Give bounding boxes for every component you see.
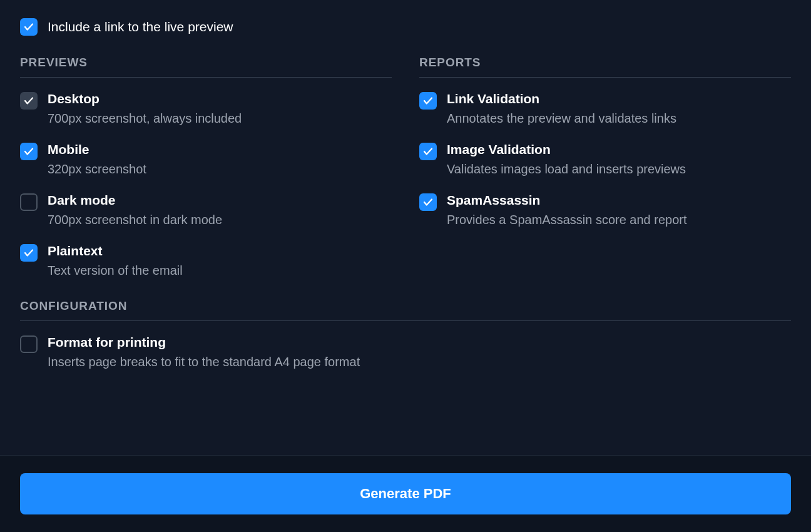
configuration-section: CONFIGURATION Format for printing Insert… xyxy=(20,299,791,369)
checkmark-icon xyxy=(422,95,434,106)
reports-header: REPORTS xyxy=(419,56,791,78)
include-link-option: Include a link to the live preview xyxy=(20,18,791,36)
preview-darkmode-checkbox[interactable] xyxy=(20,193,38,211)
config-format-printing-checkbox[interactable] xyxy=(20,335,38,353)
preview-mobile-title: Mobile xyxy=(48,142,146,157)
preview-desktop-title: Desktop xyxy=(48,91,242,106)
checkmark-icon xyxy=(23,21,34,33)
config-format-printing-content: Format for printing Inserts page breaks … xyxy=(48,335,360,369)
preview-darkmode-title: Dark mode xyxy=(48,193,222,208)
preview-mobile-checkbox[interactable] xyxy=(20,143,38,160)
report-spamassassin-description: Provides a SpamAssassin score and report xyxy=(447,213,687,227)
previews-header: PREVIEWS xyxy=(20,56,392,78)
report-link-validation-description: Annotates the preview and validates link… xyxy=(447,111,676,126)
report-spamassassin-content: SpamAssassin Provides a SpamAssassin sco… xyxy=(447,193,687,227)
preview-plaintext-checkbox[interactable] xyxy=(20,244,38,262)
report-spamassassin-option: SpamAssassin Provides a SpamAssassin sco… xyxy=(419,193,791,227)
checkmark-icon xyxy=(23,146,34,157)
preview-mobile-description: 320px screenshot xyxy=(48,162,146,176)
preview-plaintext-content: Plaintext Text version of the email xyxy=(48,243,183,278)
report-image-validation-checkbox[interactable] xyxy=(419,143,437,160)
options-columns: PREVIEWS Desktop 700px screenshot, alway… xyxy=(20,56,791,294)
config-format-printing-title: Format for printing xyxy=(48,335,360,350)
report-link-validation-title: Link Validation xyxy=(447,91,676,106)
preview-mobile-option: Mobile 320px screenshot xyxy=(20,142,392,176)
report-image-validation-title: Image Validation xyxy=(447,142,686,157)
config-format-printing-option: Format for printing Inserts page breaks … xyxy=(20,335,791,369)
preview-plaintext-description: Text version of the email xyxy=(48,263,183,278)
report-link-validation-content: Link Validation Annotates the preview an… xyxy=(447,91,676,126)
preview-darkmode-content: Dark mode 700px screenshot in dark mode xyxy=(48,193,222,227)
report-link-validation-option: Link Validation Annotates the preview an… xyxy=(419,91,791,126)
configuration-header: CONFIGURATION xyxy=(20,299,791,321)
report-link-validation-checkbox[interactable] xyxy=(419,92,437,110)
report-spamassassin-title: SpamAssassin xyxy=(447,193,687,208)
previews-column: PREVIEWS Desktop 700px screenshot, alway… xyxy=(20,56,392,294)
checkmark-icon xyxy=(422,146,434,157)
preview-darkmode-description: 700px screenshot in dark mode xyxy=(48,213,222,227)
checkmark-icon xyxy=(422,197,434,208)
preview-plaintext-option: Plaintext Text version of the email xyxy=(20,243,392,278)
preview-darkmode-option: Dark mode 700px screenshot in dark mode xyxy=(20,193,392,227)
checkmark-icon xyxy=(23,95,34,106)
report-image-validation-description: Validates images load and inserts previe… xyxy=(447,162,686,176)
include-link-checkbox[interactable] xyxy=(20,18,38,36)
preview-desktop-checkbox[interactable] xyxy=(20,92,38,110)
report-image-validation-option: Image Validation Validates images load a… xyxy=(419,142,791,176)
generate-pdf-button[interactable]: Generate PDF xyxy=(20,473,791,514)
checkmark-icon xyxy=(23,247,34,258)
config-format-printing-description: Inserts page breaks to fit to the standa… xyxy=(48,355,360,369)
include-link-label: Include a link to the live preview xyxy=(48,19,233,34)
preview-desktop-content: Desktop 700px screenshot, always include… xyxy=(48,91,242,126)
report-spamassassin-checkbox[interactable] xyxy=(419,193,437,211)
reports-column: REPORTS Link Validation Annotates the pr… xyxy=(419,56,791,294)
preview-desktop-description: 700px screenshot, always included xyxy=(48,111,242,126)
report-image-validation-content: Image Validation Validates images load a… xyxy=(447,142,686,176)
preview-desktop-option: Desktop 700px screenshot, always include… xyxy=(20,91,392,126)
bottom-bar: Generate PDF xyxy=(0,455,811,532)
preview-mobile-content: Mobile 320px screenshot xyxy=(48,142,146,176)
preview-plaintext-title: Plaintext xyxy=(48,243,183,258)
